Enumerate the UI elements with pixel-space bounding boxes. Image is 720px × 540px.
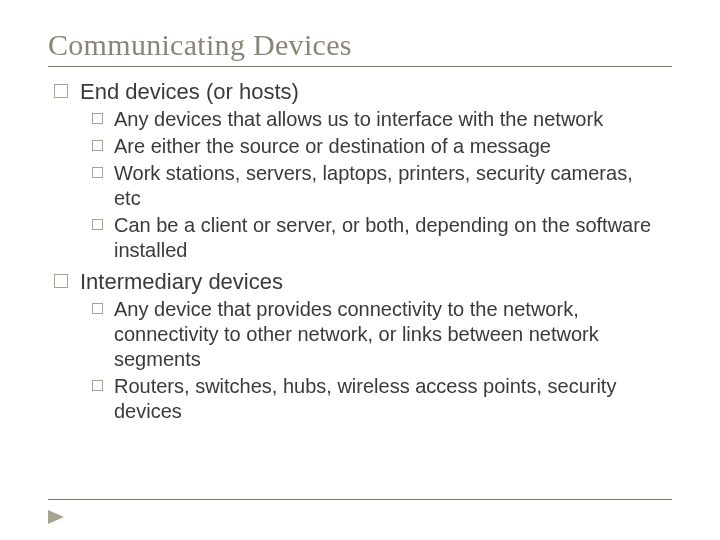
section-heading: End devices (or hosts) [80, 79, 299, 105]
slide: Communicating Devices End devices (or ho… [0, 0, 720, 424]
square-bullet-icon [92, 167, 103, 178]
square-bullet-icon [54, 84, 68, 98]
square-bullet-icon [92, 380, 103, 391]
footer-rule [48, 499, 672, 500]
list-item: Are either the source or destination of … [92, 134, 672, 159]
square-bullet-icon [92, 113, 103, 124]
arrow-right-icon [48, 510, 64, 524]
list-item-text: Any devices that allows us to interface … [114, 107, 603, 132]
square-bullet-icon [92, 303, 103, 314]
list-item-text: Work stations, servers, laptops, printer… [114, 161, 662, 211]
section-heading: Intermediary devices [80, 269, 283, 295]
square-bullet-icon [54, 274, 68, 288]
square-bullet-icon [92, 219, 103, 230]
svg-marker-0 [48, 510, 64, 524]
square-bullet-icon [92, 140, 103, 151]
list-item: Work stations, servers, laptops, printer… [92, 161, 672, 211]
list-item: Intermediary devices [54, 269, 672, 295]
title-rule [48, 66, 672, 67]
list-item: Any devices that allows us to interface … [92, 107, 672, 132]
list-item: Routers, switches, hubs, wireless access… [92, 374, 672, 424]
list-item: Any device that provides connectivity to… [92, 297, 672, 372]
content: End devices (or hosts) Any devices that … [48, 79, 672, 424]
list-item-text: Are either the source or destination of … [114, 134, 551, 159]
list-item: End devices (or hosts) [54, 79, 672, 105]
list-item-text: Can be a client or server, or both, depe… [114, 213, 662, 263]
list-item: Can be a client or server, or both, depe… [92, 213, 672, 263]
list-item-text: Any device that provides connectivity to… [114, 297, 662, 372]
list-item-text: Routers, switches, hubs, wireless access… [114, 374, 662, 424]
page-title: Communicating Devices [48, 28, 672, 62]
